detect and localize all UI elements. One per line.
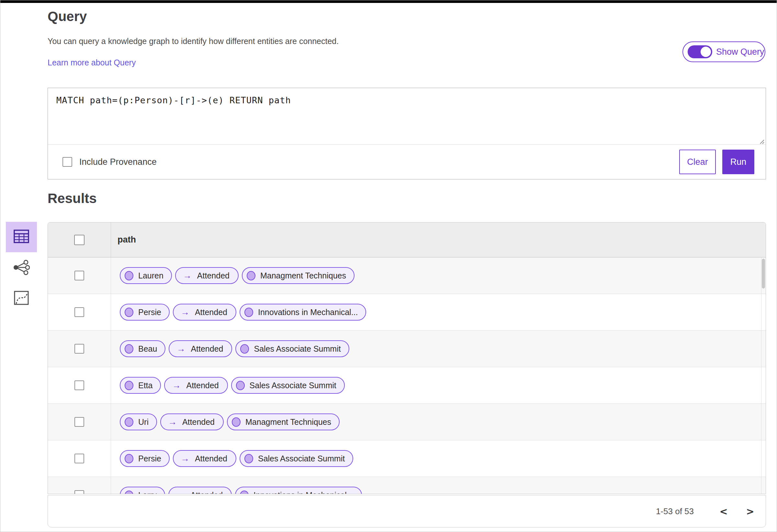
pill-label: Persie [138,308,161,317]
row-checkbox[interactable] [75,271,84,281]
pill-label: Lauren [138,271,163,281]
node-pill[interactable]: Lauren [120,267,172,284]
scrollbar-thumb[interactable] [762,259,765,289]
path-cell: Uri→AttendedManagment Techniques [111,404,340,440]
row-checkbox[interactable] [75,344,84,353]
edge-pill[interactable]: →Attended [173,450,236,467]
node-circle-icon [232,417,240,427]
pill-label: Attended [190,491,223,495]
node-pill[interactable]: Managment Techniques [242,267,354,284]
row-checkbox-cell [48,440,111,476]
node-pill[interactable]: Larry [120,487,165,494]
path-cell: Persie→AttendedInnovations in Mechanical… [111,294,366,330]
view-switch-graph[interactable] [11,259,32,277]
pill-label: Beau [138,344,157,353]
node-pill[interactable]: Persie [120,450,170,467]
node-circle-icon [125,381,133,390]
node-circle-icon [125,308,133,317]
query-textarea[interactable]: MATCH path=(p:Person)-[r]->(e) RETURN pa… [48,88,766,145]
clear-button[interactable]: Clear [679,149,716,174]
node-circle-icon [125,417,133,427]
select-all-checkbox[interactable] [74,235,85,245]
node-pill[interactable]: Innovations in Mechanical... [235,487,362,494]
path-cell: Larry→AttendedInnovations in Mechanical.… [111,477,362,494]
pill-label: Attended [197,271,230,281]
previous-page-button[interactable]: < [717,506,730,517]
edge-pill[interactable]: →Attended [169,340,232,357]
table-row: Larry→AttendedInnovations in Mechanical.… [48,477,766,494]
node-circle-icon [125,491,133,495]
results-pagination: 1-53 of 53 < > [47,495,766,527]
node-pill[interactable]: Beau [120,340,165,357]
toggle-on-icon[interactable] [688,45,712,58]
edge-pill[interactable]: →Attended [160,414,224,430]
node-pill[interactable]: Innovations in Mechanical... [240,304,366,321]
pill-label: Sales Associate Summit [258,454,345,463]
node-circle-icon [247,271,255,281]
edge-arrow-icon: → [177,344,185,353]
include-provenance-control[interactable]: Include Provenance [63,157,157,167]
page-title: Query [47,9,87,24]
edge-pill[interactable]: →Attended [173,304,236,321]
next-page-button[interactable]: > [744,506,757,517]
edge-arrow-icon: → [176,491,185,495]
pill-label: Sales Associate Summit [250,381,336,390]
table-row: Beau→AttendedSales Associate Summit [48,331,766,367]
row-checkbox-cell [48,294,111,330]
view-switch-table[interactable] [6,222,37,252]
node-circle-icon [240,344,249,353]
learn-more-link[interactable]: Learn more about Query [47,58,136,67]
table-row: Persie→AttendedInnovations in Mechanical… [48,294,766,331]
pill-label: Attended [191,344,223,353]
row-checkbox-cell [48,367,111,404]
table-icon [14,230,29,244]
row-checkbox[interactable] [75,381,84,390]
row-checkbox-cell [48,257,111,294]
pill-label: Larry [138,491,157,495]
view-switch-chart[interactable] [12,291,30,307]
node-circle-icon [236,381,245,390]
query-toolbar: Include Provenance Clear Run [48,144,766,179]
row-checkbox[interactable] [75,490,84,494]
edge-pill[interactable]: →Attended [164,377,228,394]
include-provenance-checkbox[interactable] [63,157,72,167]
network-icon [13,260,30,277]
chart-icon [14,291,29,306]
pill-label: Innovations in Mechanical... [258,308,358,317]
node-pill[interactable]: Persie [120,304,170,321]
edge-arrow-icon: → [172,381,181,390]
node-pill[interactable]: Managment Techniques [227,414,340,430]
row-checkbox[interactable] [75,417,84,427]
node-circle-icon [244,454,253,463]
node-pill[interactable]: Sales Associate Summit [235,340,349,357]
node-pill[interactable]: Etta [120,377,161,394]
table-row: Persie→AttendedSales Associate Summit [48,440,766,477]
path-cell: Etta→AttendedSales Associate Summit [111,367,345,404]
show-query-toggle[interactable]: Show Query [682,41,765,62]
node-circle-icon [240,491,249,495]
query-editor: MATCH path=(p:Person)-[r]->(e) RETURN pa… [47,88,766,179]
pill-label: Managment Techniques [260,271,346,281]
node-pill[interactable]: Sales Associate Summit [231,377,345,394]
vertical-scrollbar[interactable] [761,257,766,494]
results-table: path Lauren→AttendedManagment Techniques… [47,222,766,494]
pill-label: Attended [182,417,215,427]
pill-label: Attended [195,454,227,463]
include-provenance-label: Include Provenance [79,157,157,167]
node-circle-icon [125,454,133,463]
row-checkbox[interactable] [75,454,84,463]
row-checkbox[interactable] [75,307,84,317]
row-checkbox-cell [48,331,111,367]
edge-pill[interactable]: →Attended [169,487,232,494]
node-circle-icon [125,271,133,281]
resize-grip-icon[interactable] [758,137,765,144]
column-header-path: path [111,222,136,257]
pill-label: Persie [138,454,161,463]
node-pill[interactable]: Uri [120,414,157,430]
run-button[interactable]: Run [722,149,754,174]
edge-pill[interactable]: →Attended [175,267,239,284]
edge-arrow-icon: → [181,308,189,317]
header-checkbox-cell [48,222,111,257]
pill-label: Managment Techniques [245,417,331,427]
node-pill[interactable]: Sales Associate Summit [240,450,353,467]
